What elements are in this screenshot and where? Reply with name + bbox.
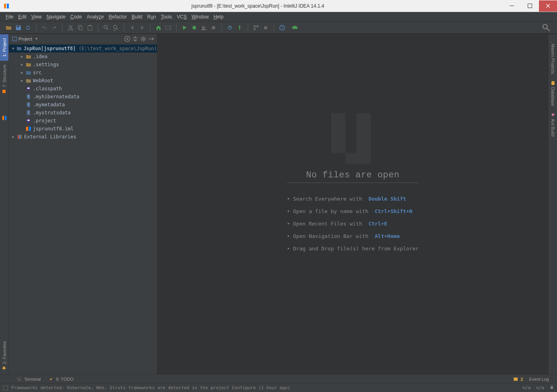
tree-item-classpath[interactable]: .classpath bbox=[9, 85, 157, 93]
tree-item-external-libraries[interactable]: ▶External Libraries bbox=[9, 133, 157, 141]
save-all-icon[interactable] bbox=[14, 23, 23, 32]
intellij-watermark-icon bbox=[317, 102, 389, 175]
project-tree[interactable]: ▼ JspRun [jsprunutf8] (E:\test_work_spac… bbox=[9, 44, 157, 374]
redo-icon[interactable] bbox=[50, 23, 59, 32]
open-icon[interactable] bbox=[4, 23, 13, 32]
coverage-icon[interactable] bbox=[199, 23, 208, 32]
bottom-tool-tabs: Terminal 6: TODO 2 Event Log bbox=[0, 374, 557, 383]
chevron-down-icon[interactable]: ▾ bbox=[35, 36, 38, 41]
menu-window[interactable]: Window bbox=[189, 13, 211, 20]
tab-structure[interactable]: 7: Structure bbox=[0, 61, 8, 98]
module-icon[interactable] bbox=[252, 23, 260, 32]
tree-item-myhibernatedata[interactable]: .myhibernatedata bbox=[9, 93, 157, 101]
menu-navigate[interactable]: Navigate bbox=[44, 13, 68, 20]
tip-open: Open a file by name with Ctrl+Shift+N bbox=[287, 205, 419, 217]
paste-icon[interactable] bbox=[85, 23, 94, 32]
svg-rect-41 bbox=[18, 135, 19, 139]
gear-icon[interactable] bbox=[140, 35, 147, 43]
cut-icon[interactable] bbox=[66, 23, 75, 32]
undo-icon[interactable] bbox=[40, 23, 49, 32]
android-icon[interactable] bbox=[261, 23, 270, 32]
cloud-icon[interactable] bbox=[291, 23, 299, 32]
tab-ant[interactable]: Ant Build bbox=[549, 109, 557, 140]
svg-rect-40 bbox=[29, 127, 31, 131]
forward-icon[interactable] bbox=[138, 23, 146, 32]
vcs-commit-icon[interactable] bbox=[235, 23, 244, 32]
scroll-from-source-icon[interactable] bbox=[124, 35, 131, 43]
replace-icon[interactable] bbox=[112, 23, 120, 32]
search-everywhere-icon[interactable] bbox=[542, 23, 551, 32]
menu-vcs[interactable]: VCS bbox=[175, 13, 189, 20]
run-icon[interactable] bbox=[180, 23, 189, 32]
tree-item-project[interactable]: .project bbox=[9, 117, 157, 125]
menu-refactor[interactable]: Refactor bbox=[106, 13, 129, 20]
copy-icon[interactable] bbox=[76, 23, 85, 32]
tab-event-log[interactable]: 2 Event Log bbox=[509, 377, 553, 382]
tree-item-src[interactable]: ▶src bbox=[9, 69, 157, 77]
menu-view[interactable]: View bbox=[29, 13, 44, 20]
help-icon[interactable]: ? bbox=[278, 23, 287, 32]
debug-icon[interactable] bbox=[190, 23, 199, 32]
svg-point-14 bbox=[193, 26, 196, 29]
status-checkbox[interactable] bbox=[3, 386, 8, 390]
svg-rect-25 bbox=[3, 90, 6, 93]
back-icon[interactable] bbox=[128, 23, 137, 32]
svg-rect-17 bbox=[239, 27, 240, 30]
stop-icon[interactable] bbox=[209, 23, 218, 32]
status-message[interactable]: Frameworks detected: Hibernate, Web, Str… bbox=[11, 385, 522, 390]
tree-root[interactable]: ▼ JspRun [jsprunutf8] (E:\test_work_spac… bbox=[9, 45, 157, 53]
hide-icon[interactable] bbox=[148, 35, 155, 43]
menu-tools[interactable]: Tools bbox=[159, 13, 175, 20]
svg-rect-19 bbox=[256, 25, 258, 27]
web-folder-icon bbox=[26, 78, 31, 83]
main-toolbar: ? bbox=[0, 22, 557, 34]
svg-point-24 bbox=[543, 24, 547, 28]
svg-rect-16 bbox=[212, 26, 215, 29]
right-tool-tabs: mMaven Projects Database Ant Build bbox=[548, 34, 557, 374]
project-panel-title[interactable]: Project ▾ bbox=[10, 36, 39, 41]
run-config-dropdown[interactable] bbox=[164, 23, 173, 32]
vcs-update-icon[interactable] bbox=[226, 23, 234, 32]
editor-area[interactable]: No files are open Search Everywhere with… bbox=[157, 34, 548, 374]
tip-recent: Open Recent Files with Ctrl+E bbox=[287, 217, 419, 230]
menu-help[interactable]: Help bbox=[211, 13, 226, 20]
minimize-button[interactable] bbox=[503, 0, 521, 12]
tree-item-mystrutsdata[interactable]: .mystrutsdata bbox=[9, 109, 157, 117]
svg-rect-15 bbox=[201, 29, 206, 30]
find-icon[interactable] bbox=[102, 23, 111, 32]
menu-file[interactable]: File bbox=[3, 13, 16, 20]
status-na1: n/a bbox=[522, 385, 531, 390]
tree-item-mymetadata[interactable]: .mymetadata bbox=[9, 101, 157, 109]
collapse-all-icon[interactable] bbox=[132, 35, 139, 43]
eclipse-file-icon bbox=[26, 118, 31, 124]
tab-database[interactable]: Database bbox=[549, 77, 557, 109]
menu-run[interactable]: Run bbox=[145, 13, 159, 20]
window-titlebar: jsprunutf8 - [E:\test_work_space\JspRun]… bbox=[0, 0, 557, 12]
tree-item-webroot[interactable]: ▶WebRoot bbox=[9, 77, 157, 85]
sync-icon[interactable] bbox=[24, 23, 33, 32]
status-bar: Frameworks detected: Hibernate, Web, Str… bbox=[0, 383, 557, 392]
iml-file-icon bbox=[26, 126, 31, 132]
tab-todo[interactable]: 6: TODO bbox=[45, 377, 78, 382]
tree-item-iml[interactable]: jsprunutf8.iml bbox=[9, 125, 157, 133]
tree-item-settings[interactable]: ▶.settings bbox=[9, 61, 157, 69]
menu-bar: File Edit View Navigate Code Analyze Ref… bbox=[0, 12, 557, 22]
lock-icon[interactable] bbox=[550, 385, 554, 390]
app-icon bbox=[3, 3, 10, 9]
menu-edit[interactable]: Edit bbox=[16, 13, 29, 20]
maximize-button[interactable] bbox=[521, 0, 539, 12]
close-button[interactable] bbox=[539, 0, 557, 12]
menu-code[interactable]: Code bbox=[68, 13, 84, 20]
menu-build[interactable]: Build bbox=[129, 13, 145, 20]
jsp-icon[interactable] bbox=[0, 114, 8, 122]
tab-maven[interactable]: mMaven Projects bbox=[549, 34, 557, 77]
svg-text:m: m bbox=[551, 41, 553, 42]
svg-rect-3 bbox=[528, 4, 532, 8]
menu-analyze[interactable]: Analyze bbox=[84, 13, 106, 20]
tab-terminal[interactable]: Terminal bbox=[13, 377, 45, 382]
build-icon[interactable] bbox=[154, 23, 163, 32]
tab-project[interactable]: 1: Project bbox=[0, 34, 8, 61]
tree-item-idea[interactable]: ▶.idea bbox=[9, 53, 157, 61]
svg-rect-9 bbox=[88, 26, 92, 30]
tab-favorites[interactable]: 2: Favorites bbox=[0, 337, 8, 374]
